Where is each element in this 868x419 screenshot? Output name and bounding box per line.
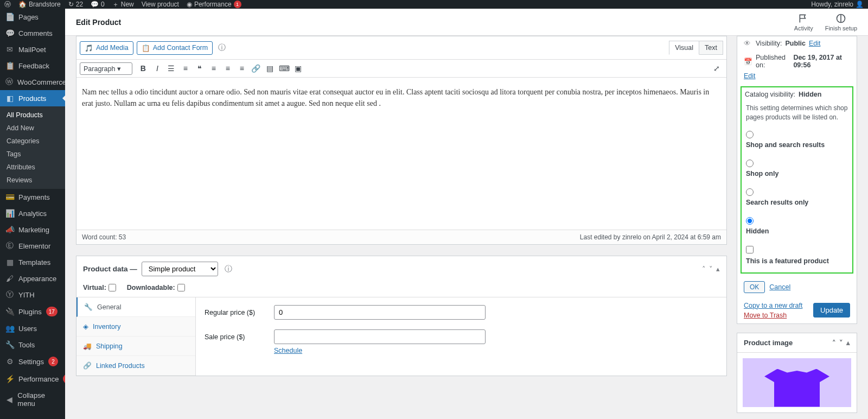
box-up-icon[interactable]: ˄ — [832, 339, 836, 347]
performance-link[interactable]: ◉ Performance 1 — [187, 1, 241, 8]
sidebar-item-plugins[interactable]: 🔌Plugins17 — [0, 303, 65, 320]
panel-collapse-icon[interactable]: ▴ — [716, 265, 720, 273]
catalog-radio-shop-only[interactable] — [746, 160, 754, 167]
pd-tab-shipping[interactable]: 🚚Shipping — [76, 337, 195, 356]
sidebar-item-products[interactable]: ◧Products — [0, 90, 65, 106]
activity-button[interactable]: Activity — [794, 13, 813, 31]
regular-price-input[interactable] — [274, 305, 486, 320]
editor-tab-text[interactable]: Text — [699, 41, 723, 55]
sidebar-item-woocommerce[interactable]: ⓦWooCommerce — [0, 74, 65, 90]
sidebar-item-analytics[interactable]: 📊Analytics — [0, 205, 65, 221]
marketing-icon: 📣 — [5, 225, 14, 234]
fullscreen-button[interactable]: ▣ — [292, 62, 305, 75]
new-link[interactable]: ＋ New — [112, 0, 134, 9]
bullets-button[interactable]: ☰ — [165, 62, 178, 75]
add-contact-form-button[interactable]: 📋Add Contact Form — [137, 41, 213, 55]
product-data-title: Product data — — [83, 265, 137, 273]
ok-button[interactable]: OK — [744, 281, 765, 293]
help-icon[interactable]: ⓘ — [218, 43, 226, 53]
toolbar-toggle-button[interactable]: ⌨ — [278, 62, 291, 75]
sidebar-item-performance[interactable]: ⚡Performance1 — [0, 370, 65, 388]
performance-icon: ⚡ — [5, 374, 14, 383]
sidebar-item-users[interactable]: 👥Users — [0, 320, 65, 337]
calendar-icon: 📅 — [744, 58, 752, 66]
sale-price-input[interactable] — [274, 329, 486, 344]
published-value: Dec 19, 2017 at 09:56 — [793, 54, 850, 69]
link-icon: 🔗 — [83, 361, 92, 370]
sidebar-item-tools[interactable]: 🔧Tools — [0, 337, 65, 353]
submenu-all-products[interactable]: All Products — [0, 109, 65, 122]
view-product-link[interactable]: View product — [142, 1, 179, 8]
updates-count[interactable]: ↻ 22 — [68, 1, 83, 8]
submenu-attributes[interactable]: Attributes — [0, 161, 65, 174]
paragraph-select[interactable]: Paragraph ▾ — [80, 62, 132, 75]
cancel-link[interactable]: Cancel — [769, 283, 790, 291]
finish-setup-button[interactable]: Finish setup — [825, 13, 857, 31]
product-image-box: Product image ˄ ˅ ▴ — [737, 333, 857, 413]
visibility-edit-link[interactable]: Edit — [809, 40, 821, 47]
submenu-tags[interactable]: Tags — [0, 148, 65, 161]
submenu-add-new[interactable]: Add New — [0, 122, 65, 135]
howdy-user[interactable]: Howdy, zinrelo 👤 — [811, 1, 864, 8]
featured-checkbox[interactable] — [746, 246, 754, 253]
catalog-radio-search-only[interactable] — [746, 188, 754, 196]
link-button[interactable]: 🔗 — [250, 62, 263, 75]
editor-tab-visual[interactable]: Visual — [669, 41, 699, 55]
move-trash-link[interactable]: Move to Trash — [744, 312, 802, 319]
sidebar-item-pages[interactable]: 📄Pages — [0, 9, 65, 25]
comments-count[interactable]: 💬 0 — [91, 1, 105, 8]
schedule-link[interactable]: Schedule — [274, 347, 302, 354]
yith-icon: Ⓨ — [5, 290, 14, 299]
product-image-preview[interactable] — [743, 358, 851, 407]
downloadable-checkbox[interactable] — [177, 284, 185, 291]
align-left-button[interactable]: ≡ — [207, 62, 220, 75]
sidebar-item-settings[interactable]: ⚙Settings2 — [0, 353, 65, 370]
pd-tab-linked[interactable]: 🔗Linked Products — [76, 356, 195, 376]
numlist-button[interactable]: ≡ — [179, 62, 192, 75]
flag-icon — [798, 13, 809, 24]
italic-button[interactable]: I — [151, 62, 164, 75]
add-media-button[interactable]: 🎵Add Media — [80, 41, 133, 55]
panel-up-icon[interactable]: ˄ — [702, 265, 706, 273]
align-right-button[interactable]: ≡ — [235, 62, 248, 75]
more-button[interactable]: ▤ — [264, 62, 277, 75]
published-label: Published on: — [756, 54, 790, 69]
bold-button[interactable]: B — [137, 62, 150, 75]
sidebar-item-payments[interactable]: 💳Payments — [0, 189, 65, 205]
sidebar-item-templates[interactable]: ▦Templates — [0, 254, 65, 270]
pd-tab-general[interactable]: 🔧General — [76, 297, 195, 317]
panel-down-icon[interactable]: ˅ — [709, 265, 713, 273]
sidebar-item-elementor[interactable]: ⒺElementor — [0, 238, 65, 254]
sidebar-item-comments[interactable]: 💬Comments — [0, 25, 65, 41]
editor-body[interactable]: Nam nec tellus a odio tincidunt auctor a… — [76, 78, 726, 230]
visibility-label: Visibility: — [756, 40, 782, 47]
sidebar-item-appearance[interactable]: 🖌Appearance — [0, 270, 65, 287]
site-name[interactable]: 🏠 Brandstore — [18, 1, 61, 8]
sidebar-item-marketing[interactable]: 📣Marketing — [0, 221, 65, 238]
pd-tab-inventory[interactable]: ◈Inventory — [76, 317, 195, 337]
catalog-radio-shop-search[interactable] — [746, 131, 754, 138]
box-collapse-icon[interactable]: ▴ — [846, 339, 850, 347]
wp-logo[interactable]: ⓦ — [4, 0, 11, 9]
settings-icon: ⚙ — [5, 357, 14, 366]
box-down-icon[interactable]: ˅ — [839, 339, 843, 347]
published-edit-link[interactable]: Edit — [744, 72, 756, 80]
sidebar-item-collapse[interactable]: ◀Collapse menu — [0, 388, 65, 411]
align-center-button[interactable]: ≡ — [221, 62, 234, 75]
expand-button[interactable]: ⤢ — [710, 62, 723, 75]
elementor-icon: Ⓔ — [5, 242, 14, 250]
sidebar-item-feedback[interactable]: 📋Feedback — [0, 58, 65, 74]
sidebar-item-mailpoet[interactable]: ✉MailPoet — [0, 41, 65, 58]
catalog-radio-hidden[interactable] — [746, 217, 754, 225]
copy-draft-link[interactable]: Copy to a new draft — [744, 302, 802, 309]
quote-button[interactable]: ❝ — [193, 62, 206, 75]
regular-price-label: Regular price ($) — [205, 309, 264, 316]
appearance-icon: 🖌 — [5, 274, 14, 283]
sidebar-item-yith[interactable]: ⓎYITH — [0, 287, 65, 303]
submenu-categories[interactable]: Categories — [0, 135, 65, 148]
update-button[interactable]: Update — [813, 303, 850, 318]
product-type-select[interactable]: Simple product — [142, 262, 218, 276]
product-type-help-icon[interactable]: ⓘ — [225, 264, 232, 274]
virtual-checkbox[interactable] — [108, 284, 116, 291]
submenu-reviews[interactable]: Reviews — [0, 174, 65, 187]
